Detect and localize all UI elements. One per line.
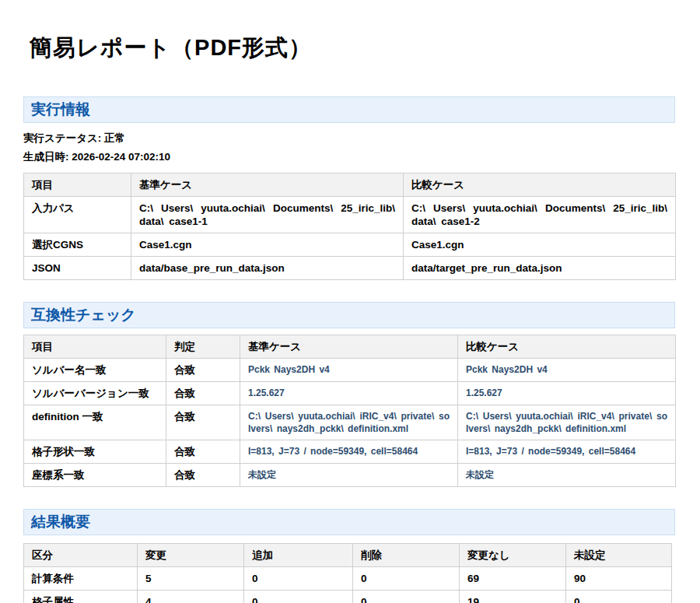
section-heading-exec-info: 実行情報 — [23, 96, 675, 123]
judgement-cell: 合致 — [166, 359, 240, 382]
row-label-cell: 入力パス — [24, 197, 131, 233]
value-cell-compare: C:\ Users\ yuuta.ochiai\ iRIC_v4\ privat… — [458, 405, 676, 440]
compatibility-table: 項目 判定 基準ケース 比較ケース ソルバー名一致 合致 Pckk Nays2D… — [23, 335, 676, 487]
row-label-cell: 選択CGNS — [24, 233, 131, 257]
value-cell-base: Pckk Nays2DH v4 — [240, 359, 458, 382]
table-row: JSON data/base_pre_run_data.json data/ta… — [24, 257, 676, 280]
value-cell-compare: 1.25.627 — [458, 382, 676, 405]
value-cell-compare: data/target_pre_run_data.json — [404, 257, 676, 280]
row-label-cell: 計算条件 — [24, 567, 138, 591]
column-header-unchanged: 変更なし — [460, 544, 566, 567]
table-row: 格子形状一致 合致 I=813, J=73 / node=59349, cell… — [24, 440, 676, 464]
table-row: 選択CGNS Case1.cgn Case1.cgn — [24, 233, 676, 257]
table-header-row: 区分 変更 追加 削除 変更なし 未設定 — [24, 544, 672, 567]
section-compatibility-check: 互換性チェック 項目 判定 基準ケース 比較ケース ソルバー名一致 合致 Pck… — [23, 302, 675, 487]
count-cell-unset: 0 — [566, 591, 672, 603]
row-label-cell: 格子属性 — [24, 591, 138, 603]
table-header-row: 項目 基準ケース 比較ケース — [24, 174, 676, 197]
row-label-cell: ソルバー名一致 — [24, 359, 166, 382]
row-label-cell: definition 一致 — [24, 405, 166, 440]
column-header-category: 区分 — [24, 544, 138, 567]
column-header-added: 追加 — [244, 544, 353, 567]
count-cell-added: 0 — [244, 591, 353, 603]
count-cell-unchanged: 69 — [460, 567, 566, 591]
value-cell-compare: I=813, J=73 / node=59349, cell=58464 — [458, 440, 676, 464]
value-cell-base: I=813, J=73 / node=59349, cell=58464 — [240, 440, 458, 464]
table-row: ソルバー名一致 合致 Pckk Nays2DH v4 Pckk Nays2DH … — [24, 359, 676, 382]
value-cell-compare: Pckk Nays2DH v4 — [458, 359, 676, 382]
value-cell-compare: 未設定 — [458, 464, 676, 487]
count-cell-unset: 90 — [566, 567, 672, 591]
table-row: 格子属性 4 0 0 19 0 — [24, 591, 672, 603]
value-cell-base: C:\ Users\ yuuta.ochiai\ iRIC_v4\ privat… — [240, 405, 458, 440]
table-header-row: 項目 判定 基準ケース 比較ケース — [24, 335, 676, 359]
generated-datetime-line: 生成日時: 2026-02-24 07:02:10 — [23, 150, 675, 163]
value-cell-base: data/base_pre_run_data.json — [131, 257, 404, 280]
column-header-deleted: 削除 — [353, 544, 460, 567]
report-page: 簡易レポート（PDF形式） 実行情報 実行ステータス: 正常 生成日時: 202… — [23, 33, 675, 603]
exec-info-table: 項目 基準ケース 比較ケース 入力パス C:\ Users\ yuuta.och… — [23, 173, 676, 280]
value-cell-base: Case1.cgn — [131, 233, 404, 257]
row-label-cell: JSON — [24, 257, 131, 280]
table-row: ソルバーバージョン一致 合致 1.25.627 1.25.627 — [24, 382, 676, 405]
column-header-item: 項目 — [24, 335, 166, 359]
section-heading-compatibility: 互換性チェック — [23, 302, 675, 328]
section-exec-info: 実行情報 実行ステータス: 正常 生成日時: 2026-02-24 07:02:… — [23, 96, 675, 280]
table-row: 座標系一致 合致 未設定 未設定 — [24, 464, 676, 487]
table-row: definition 一致 合致 C:\ Users\ yuuta.ochiai… — [24, 405, 676, 440]
judgement-cell: 合致 — [166, 405, 240, 440]
column-header-judgement: 判定 — [166, 335, 240, 359]
column-header-unset: 未設定 — [566, 544, 672, 567]
count-cell-deleted: 0 — [353, 591, 460, 603]
section-heading-summary: 結果概要 — [23, 509, 675, 535]
column-header-base-case: 基準ケース — [240, 335, 458, 359]
column-header-base-case: 基準ケース — [131, 174, 404, 197]
judgement-cell: 合致 — [166, 382, 240, 405]
result-summary-table: 区分 変更 追加 削除 変更なし 未設定 計算条件 5 0 0 69 90 — [23, 543, 672, 603]
column-header-item: 項目 — [24, 174, 131, 197]
judgement-cell: 合致 — [166, 440, 240, 464]
section-result-summary: 結果概要 区分 変更 追加 削除 変更なし 未設定 計算条件 5 — [23, 509, 675, 603]
page-title: 簡易レポート（PDF形式） — [30, 33, 675, 62]
column-header-compare-case: 比較ケース — [404, 174, 676, 197]
value-cell-base: 未設定 — [240, 464, 458, 487]
count-cell-added: 0 — [244, 567, 353, 591]
count-cell-changed: 4 — [138, 591, 244, 603]
column-header-changed: 変更 — [138, 544, 244, 567]
row-label-cell: 座標系一致 — [24, 464, 166, 487]
column-header-compare-case: 比較ケース — [458, 335, 676, 359]
value-cell-base: C:\ Users\ yuuta.ochiai\ Documents\ 25_i… — [131, 197, 404, 233]
row-label-cell: ソルバーバージョン一致 — [24, 382, 166, 405]
table-row: 計算条件 5 0 0 69 90 — [24, 567, 672, 591]
exec-status-line: 実行ステータス: 正常 — [23, 131, 675, 145]
count-cell-unchanged: 19 — [460, 591, 566, 603]
count-cell-changed: 5 — [138, 567, 244, 591]
value-cell-base: 1.25.627 — [240, 382, 458, 405]
judgement-cell: 合致 — [166, 464, 240, 487]
value-cell-compare: Case1.cgn — [404, 233, 676, 257]
row-label-cell: 格子形状一致 — [24, 440, 166, 464]
table-row: 入力パス C:\ Users\ yuuta.ochiai\ Documents\… — [24, 197, 676, 233]
count-cell-deleted: 0 — [353, 567, 460, 591]
value-cell-compare: C:\ Users\ yuuta.ochiai\ Documents\ 25_i… — [404, 197, 676, 233]
